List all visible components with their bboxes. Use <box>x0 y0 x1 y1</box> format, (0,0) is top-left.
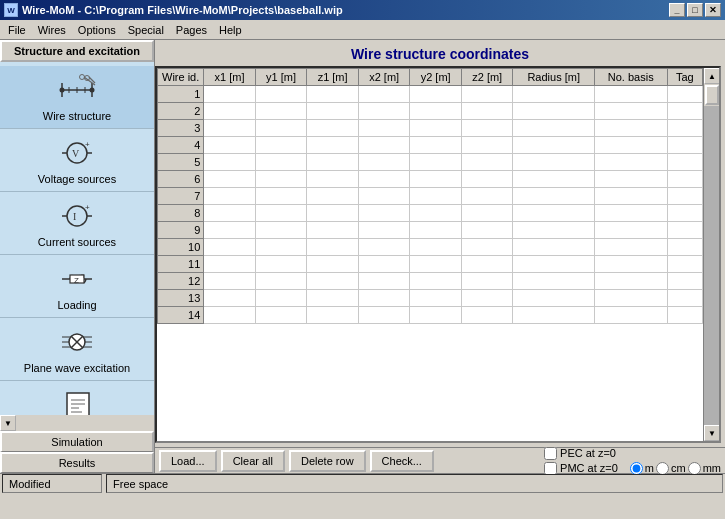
cell-r7-c5[interactable] <box>410 188 462 205</box>
delete-button[interactable]: Delete row <box>289 450 366 472</box>
cell-r3-c2[interactable] <box>255 120 307 137</box>
table-row[interactable]: 8 <box>158 205 703 222</box>
cell-r2-c4[interactable] <box>358 103 410 120</box>
cell-r2-c2[interactable] <box>255 103 307 120</box>
table-row[interactable]: 10 <box>158 239 703 256</box>
cell-r14-c2[interactable] <box>255 307 307 324</box>
cell-r3-c3[interactable] <box>307 120 359 137</box>
unit-m-radio[interactable] <box>630 462 643 475</box>
cell-r10-c1[interactable] <box>204 239 256 256</box>
cell-r7-c9[interactable] <box>667 188 702 205</box>
cell-r13-c2[interactable] <box>255 290 307 307</box>
cell-r5-c8[interactable] <box>594 154 667 171</box>
cell-r4-c2[interactable] <box>255 137 307 154</box>
cell-r6-c8[interactable] <box>594 171 667 188</box>
cell-r9-c1[interactable] <box>204 222 256 239</box>
table-row[interactable]: 13 <box>158 290 703 307</box>
cell-r7-c2[interactable] <box>255 188 307 205</box>
cell-r13-c6[interactable] <box>461 290 513 307</box>
cell-r10-c2[interactable] <box>255 239 307 256</box>
cell-r4-c5[interactable] <box>410 137 462 154</box>
cell-r13-c9[interactable] <box>667 290 702 307</box>
menu-file[interactable]: File <box>2 22 32 38</box>
cell-r6-c5[interactable] <box>410 171 462 188</box>
cell-r11-c6[interactable] <box>461 256 513 273</box>
cell-r14-c8[interactable] <box>594 307 667 324</box>
table-scroll-inner[interactable]: Wire id. x1 [m] y1 [m] z1 [m] x2 [m] y2 … <box>157 68 703 441</box>
cell-r5-c5[interactable] <box>410 154 462 171</box>
cell-r12-c5[interactable] <box>410 273 462 290</box>
cell-r8-c7[interactable] <box>513 205 594 222</box>
cell-r11-c7[interactable] <box>513 256 594 273</box>
table-row[interactable]: 7 <box>158 188 703 205</box>
sidebar-scroll-down[interactable]: ▼ <box>0 415 16 431</box>
scroll-thumb[interactable] <box>705 85 719 105</box>
cell-r2-c8[interactable] <box>594 103 667 120</box>
table-row[interactable]: 1 <box>158 86 703 103</box>
sidebar-item-wire-structure[interactable]: Wire structure <box>0 66 154 129</box>
menu-special[interactable]: Special <box>122 22 170 38</box>
sidebar-item-loading[interactable]: Z ┐ Loading <box>0 255 154 318</box>
cell-r11-c4[interactable] <box>358 256 410 273</box>
maximize-button[interactable]: □ <box>687 3 703 17</box>
cell-r12-c6[interactable] <box>461 273 513 290</box>
cell-r3-c5[interactable] <box>410 120 462 137</box>
cell-r10-c7[interactable] <box>513 239 594 256</box>
cell-r13-c5[interactable] <box>410 290 462 307</box>
cell-r9-c2[interactable] <box>255 222 307 239</box>
cell-r10-c3[interactable] <box>307 239 359 256</box>
cell-r3-c7[interactable] <box>513 120 594 137</box>
sidebar-item-voltage-sources[interactable]: V + Voltage sources <box>0 129 154 192</box>
cell-r4-c6[interactable] <box>461 137 513 154</box>
cell-r6-c9[interactable] <box>667 171 702 188</box>
cell-r8-c2[interactable] <box>255 205 307 222</box>
cell-r13-c7[interactable] <box>513 290 594 307</box>
menu-options[interactable]: Options <box>72 22 122 38</box>
cell-r4-c4[interactable] <box>358 137 410 154</box>
cell-r3-c8[interactable] <box>594 120 667 137</box>
cell-r14-c5[interactable] <box>410 307 462 324</box>
cell-r11-c8[interactable] <box>594 256 667 273</box>
cell-r2-c3[interactable] <box>307 103 359 120</box>
cell-r3-c9[interactable] <box>667 120 702 137</box>
cell-r9-c5[interactable] <box>410 222 462 239</box>
cell-r12-c1[interactable] <box>204 273 256 290</box>
cell-r8-c1[interactable] <box>204 205 256 222</box>
table-row[interactable]: 9 <box>158 222 703 239</box>
cell-r4-c9[interactable] <box>667 137 702 154</box>
cell-r6-c6[interactable] <box>461 171 513 188</box>
table-row[interactable]: 11 <box>158 256 703 273</box>
cell-r9-c4[interactable] <box>358 222 410 239</box>
cell-r11-c2[interactable] <box>255 256 307 273</box>
cell-r14-c4[interactable] <box>358 307 410 324</box>
menu-help[interactable]: Help <box>213 22 248 38</box>
cell-r9-c7[interactable] <box>513 222 594 239</box>
sidebar-item-notes[interactable]: Notes <box>0 381 154 415</box>
sidebar-simulation-button[interactable]: Simulation <box>0 431 154 452</box>
cell-r1-c8[interactable] <box>594 86 667 103</box>
cell-r9-c6[interactable] <box>461 222 513 239</box>
cell-r12-c7[interactable] <box>513 273 594 290</box>
cell-r2-c5[interactable] <box>410 103 462 120</box>
check-button[interactable]: Check... <box>370 450 434 472</box>
cell-r4-c8[interactable] <box>594 137 667 154</box>
cell-r5-c6[interactable] <box>461 154 513 171</box>
cell-r11-c5[interactable] <box>410 256 462 273</box>
cell-r5-c2[interactable] <box>255 154 307 171</box>
cell-r12-c2[interactable] <box>255 273 307 290</box>
cell-r5-c9[interactable] <box>667 154 702 171</box>
cell-r10-c6[interactable] <box>461 239 513 256</box>
table-row[interactable]: 12 <box>158 273 703 290</box>
sidebar-results-button[interactable]: Results <box>0 452 154 473</box>
table-row[interactable]: 5 <box>158 154 703 171</box>
menu-pages[interactable]: Pages <box>170 22 213 38</box>
cell-r7-c4[interactable] <box>358 188 410 205</box>
cell-r6-c3[interactable] <box>307 171 359 188</box>
clear-button[interactable]: Clear all <box>221 450 285 472</box>
sidebar-header[interactable]: Structure and excitation <box>0 40 154 62</box>
table-row[interactable]: 6 <box>158 171 703 188</box>
table-row[interactable]: 3 <box>158 120 703 137</box>
cell-r11-c1[interactable] <box>204 256 256 273</box>
cell-r14-c1[interactable] <box>204 307 256 324</box>
scrollbar-vertical[interactable]: ▲ ▼ <box>703 68 719 441</box>
